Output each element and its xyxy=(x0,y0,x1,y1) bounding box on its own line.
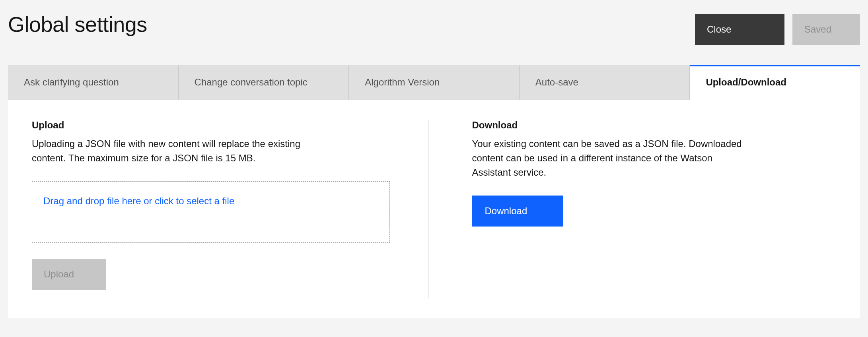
saved-button: Saved xyxy=(792,14,860,45)
tabs-container: Ask clarifying question Change conversat… xyxy=(8,65,860,100)
tab-auto-save[interactable]: Auto-save xyxy=(520,65,690,100)
upload-title: Upload xyxy=(32,120,396,131)
download-button[interactable]: Download xyxy=(472,196,563,227)
file-dropzone[interactable]: Drag and drop file here or click to sele… xyxy=(32,181,390,243)
content-panel: Upload Uploading a JSON file with new co… xyxy=(8,100,860,318)
tab-algorithm-version[interactable]: Algorithm Version xyxy=(349,65,520,100)
dropzone-text: Drag and drop file here or click to sele… xyxy=(43,196,234,206)
tab-upload-download[interactable]: Upload/Download xyxy=(690,65,860,100)
header-bar: Global settings Close Saved xyxy=(0,0,868,53)
page-title: Global settings xyxy=(8,12,147,37)
download-description: Your existing content can be saved as a … xyxy=(472,137,751,180)
upload-description: Uploading a JSON file with new content w… xyxy=(32,137,310,165)
close-button[interactable]: Close xyxy=(695,14,784,45)
tab-change-conversation-topic[interactable]: Change conversation topic xyxy=(179,65,349,100)
upload-button: Upload xyxy=(32,259,106,290)
upload-section: Upload Uploading a JSON file with new co… xyxy=(32,120,428,298)
download-title: Download xyxy=(472,120,837,131)
header-buttons: Close Saved xyxy=(695,14,860,45)
tab-ask-clarifying-question[interactable]: Ask clarifying question xyxy=(8,65,179,100)
download-section: Download Your existing content can be sa… xyxy=(428,120,837,298)
